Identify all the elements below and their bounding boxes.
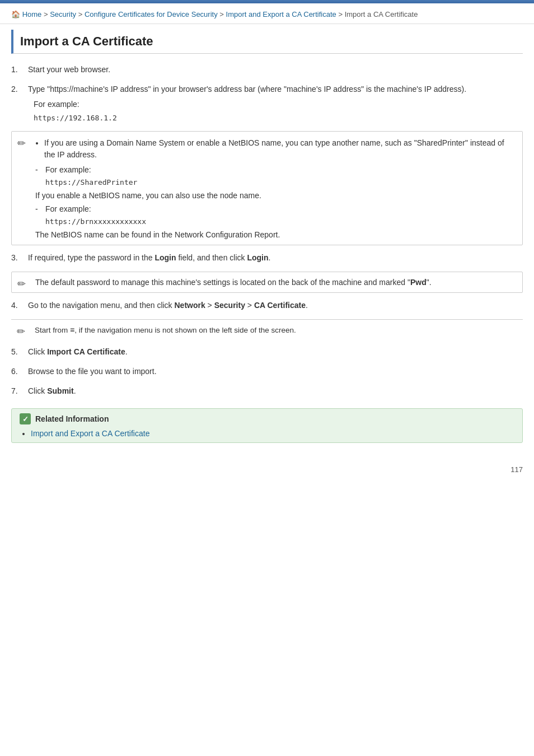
step-4-bold-1: Network [175, 301, 205, 310]
step-6-num: 6. [11, 366, 18, 377]
step-3-text: If required, type the password in the Lo… [28, 253, 270, 262]
note-box-2: ✏ The default password to manage this ma… [11, 272, 523, 293]
hamburger-icon: ≡ [70, 324, 74, 336]
step-2: 2. Type "https://machine's IP address" i… [11, 83, 523, 124]
breadcrumb-current: Import a CA Certificate [345, 10, 418, 18]
step-5-num: 5. [11, 346, 18, 358]
related-info-link-1[interactable]: Import and Export a CA Certificate [31, 429, 149, 438]
step-2-text: Type "https://machine's IP address" in y… [28, 85, 466, 94]
step-4: 4. Go to the navigation menu, and then c… [11, 300, 523, 311]
note-box-1: ✏ If you are using a Domain Name System … [11, 131, 523, 245]
related-info-heading: Related Information [35, 414, 109, 423]
related-info-box: ✓ Related Information Import and Export … [11, 408, 523, 443]
step-5-bold: Import CA Certificate [47, 347, 125, 356]
breadcrumb-separator: > [219, 10, 226, 18]
note1-sub-list-2: For example: [35, 203, 516, 215]
step-7-bold: Submit [47, 386, 73, 395]
note3-text: Start from ≡, if the navigation menu is … [35, 326, 296, 334]
pencil-icon-2: ✏ [17, 278, 26, 290]
note1-sub2-label: For example: [35, 203, 516, 215]
step-1: 1. Start your web browser. [11, 64, 523, 76]
note1-sub1-value: https://SharedPrinter [35, 178, 516, 186]
note2-bold: Pwd [410, 278, 427, 287]
note-box-3: ✏ Start from ≡, if the navigation menu i… [11, 319, 523, 340]
page-number: 117 [0, 460, 534, 479]
page-container: Import a CA Certificate 1. Start your we… [0, 24, 534, 460]
step-2-num: 2. [11, 83, 18, 95]
step-3-num: 3. [11, 252, 18, 264]
step-3-bold-2: Login [247, 253, 268, 262]
note1-sub-list-1: For example: [35, 164, 516, 176]
step-4-num: 4. [11, 300, 18, 311]
step-2-example-label: For example: [28, 99, 523, 110]
breadcrumb-configure-certs[interactable]: Configure Certificates for Device Securi… [85, 10, 218, 18]
note1-sub1-label: For example: [35, 164, 516, 176]
related-info-list: Import and Export a CA Certificate [20, 429, 514, 438]
breadcrumb-separator: > [338, 10, 344, 18]
breadcrumb-import-export-ca[interactable]: Import and Export a CA Certificate [226, 10, 336, 18]
step-2-example-value: https://192.168.1.2 [28, 113, 523, 124]
breadcrumb-separator: > [44, 10, 50, 18]
note1-footer: The NetBIOS name can be found in the Net… [35, 230, 516, 239]
note1-body2: If you enable a NetBIOS name, you can al… [35, 191, 516, 200]
note2-text: The default password to manage this mach… [35, 278, 432, 287]
pencil-icon-1: ✏ [17, 137, 26, 150]
step-3-bold-1: Login [154, 253, 176, 262]
checkmark-icon: ✓ [20, 413, 31, 424]
breadcrumb-home[interactable]: Home [22, 10, 42, 18]
home-icon: 🏠 [11, 10, 20, 18]
step-1-num: 1. [11, 64, 18, 76]
breadcrumb-separator: > [78, 10, 85, 18]
pencil-icon-3: ✏ [17, 324, 25, 339]
step-4-bold-3: CA Certificate [254, 301, 306, 310]
step-1-text: Start your web browser. [28, 65, 110, 74]
note1-bullet1: If you are using a Domain Name System or… [44, 137, 516, 161]
page-title: Import a CA Certificate [20, 34, 516, 49]
steps-list: 1. Start your web browser. 2. Type "http… [11, 64, 523, 398]
breadcrumb-security[interactable]: Security [50, 10, 76, 18]
step-5: 5. Click Import CA Certificate. [11, 346, 523, 358]
step-7-num: 7. [11, 385, 18, 397]
note1-list: If you are using a Domain Name System or… [35, 137, 516, 161]
breadcrumb: 🏠 Home > Security > Configure Certificat… [0, 3, 534, 24]
related-info-item-1: Import and Export a CA Certificate [31, 429, 514, 438]
step-3: 3. If required, type the password in the… [11, 252, 523, 264]
step-4-text: Go to the navigation menu, and then clic… [28, 301, 308, 310]
note1-sub2-value: https://brnxxxxxxxxxxxx [35, 217, 516, 226]
related-info-title: ✓ Related Information [20, 413, 514, 424]
step-5-text: Click Import CA Certificate. [28, 347, 128, 356]
page-title-section: Import a CA Certificate [11, 30, 523, 54]
step-7: 7. Click Submit. [11, 385, 523, 397]
step-7-text: Click Submit. [28, 386, 76, 395]
step-4-bold-2: Security [214, 301, 245, 310]
step-6: 6. Browse to the file you want to import… [11, 366, 523, 377]
step-6-text: Browse to the file you want to import. [28, 367, 157, 376]
